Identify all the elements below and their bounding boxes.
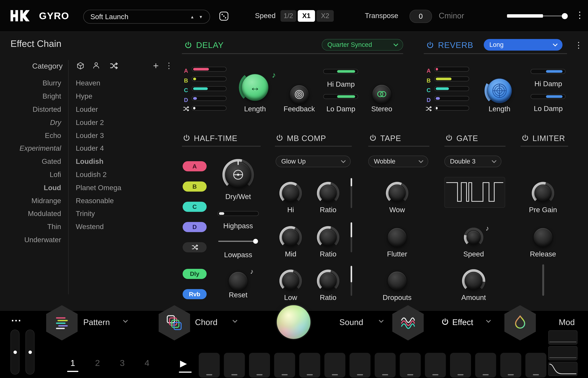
delay-stereo-knob[interactable] <box>372 84 391 104</box>
preset-item[interactable]: Louder 4 <box>76 142 154 155</box>
preset-menu-kebab-icon[interactable]: ⋮ <box>165 61 173 70</box>
reverb-mode-dropdown[interactable]: Long <box>484 39 562 51</box>
mbcomp-hi-knob[interactable] <box>279 182 302 204</box>
preset-item[interactable]: Planet Omega <box>76 181 154 194</box>
effect-power-icon[interactable] <box>441 318 449 326</box>
shuffle-presets-icon[interactable] <box>110 62 118 70</box>
mod-label[interactable]: Mod <box>559 318 575 327</box>
preset-item-selected[interactable]: Loudish <box>76 155 154 168</box>
mbcomp-low-knob[interactable] <box>279 270 302 292</box>
preset-item[interactable]: Reasonable <box>76 194 154 207</box>
halftime-lowpass-slider[interactable] <box>218 239 259 244</box>
category-item[interactable]: Lofi <box>0 168 61 181</box>
delay-row-c-slider[interactable] <box>191 86 226 91</box>
preset-item[interactable]: Louder <box>76 103 154 116</box>
limiter-pregain-knob[interactable] <box>532 182 554 204</box>
category-item[interactable]: Distorted <box>0 103 61 116</box>
halftime-reset-knob[interactable] <box>228 271 248 291</box>
limiter-power-icon[interactable] <box>521 134 529 142</box>
seq-cell[interactable] <box>525 353 546 378</box>
mbcomp-power-icon[interactable] <box>276 134 283 142</box>
reverb-row-c-slider[interactable] <box>434 86 469 91</box>
halftime-pill-c[interactable]: C <box>183 202 207 212</box>
tape-mode-dropdown[interactable]: Wobble <box>368 156 428 167</box>
effect-chevron-icon[interactable] <box>486 318 491 323</box>
preset-item[interactable]: Louder 3 <box>76 129 154 142</box>
category-item[interactable]: Blurry <box>0 77 61 90</box>
seq-cell[interactable] <box>400 353 421 378</box>
seq-cell[interactable] <box>274 353 295 378</box>
step-2-button[interactable]: 2 <box>93 358 102 368</box>
seq-cell[interactable] <box>450 353 471 378</box>
category-item[interactable]: Modulated <box>0 207 61 220</box>
halftime-pill-shuffle[interactable] <box>183 242 207 252</box>
seq-cell[interactable] <box>475 353 496 378</box>
effect-label[interactable]: Effect <box>452 318 473 327</box>
preset-item[interactable]: Louder 2 <box>76 116 154 129</box>
step-1-button[interactable]: 1 <box>68 358 78 368</box>
seq-cell[interactable] <box>249 353 270 378</box>
speed-x1-button[interactable]: X1 <box>298 10 315 22</box>
halftime-pill-b[interactable]: B <box>183 181 207 191</box>
seq-cell[interactable] <box>199 353 220 378</box>
bottom-menu-dots[interactable]: ... <box>11 312 22 324</box>
gate-speed-knob[interactable] <box>464 228 483 247</box>
preset-selector[interactable]: Soft Launch ▲ ▼ <box>83 10 210 24</box>
reverb-row-a-slider[interactable] <box>434 67 469 72</box>
tape-dropouts-knob[interactable] <box>387 271 407 291</box>
mbcomp-mid-ratio-knob[interactable] <box>317 226 339 249</box>
chord-hexagon[interactable] <box>159 305 190 340</box>
topbar-kebab-icon[interactable]: ⋮ <box>575 10 584 20</box>
step-3-button[interactable]: 3 <box>117 358 127 368</box>
mbcomp-mode-dropdown[interactable]: Glow Up <box>276 156 351 167</box>
seq-cell[interactable] <box>224 353 245 378</box>
seq-cell[interactable] <box>299 353 320 378</box>
halftime-pill-a[interactable]: A <box>183 161 207 171</box>
halftime-pill-dly[interactable]: Dly <box>183 269 207 279</box>
delay-lo-damp-slider[interactable] <box>323 94 358 99</box>
mod-wheel[interactable] <box>26 330 35 375</box>
delay-row-d-slider[interactable] <box>191 96 226 101</box>
delay-hi-damp-slider[interactable] <box>323 69 358 74</box>
tape-flutter-knob[interactable] <box>387 228 407 247</box>
step-4-button[interactable]: 4 <box>142 358 152 368</box>
speed-half-button[interactable]: 1/2 <box>281 10 296 22</box>
tape-wow-knob[interactable] <box>386 182 408 204</box>
mod-hexagon[interactable] <box>504 305 536 340</box>
reverb-row-b-slider[interactable] <box>434 77 469 81</box>
add-preset-icon[interactable]: + <box>153 60 159 72</box>
reverb-length-knob[interactable] <box>484 76 515 106</box>
factory-presets-icon[interactable] <box>77 62 84 70</box>
gate-mode-dropdown[interactable]: Double 3 <box>444 156 501 167</box>
reverb-hi-damp-slider[interactable] <box>531 69 565 74</box>
gate-power-icon[interactable] <box>445 134 453 142</box>
chord-label[interactable]: Chord <box>195 318 218 327</box>
gate-amount-knob[interactable] <box>462 269 485 292</box>
env-display-3[interactable] <box>548 362 577 376</box>
env-display-2[interactable] <box>548 346 577 360</box>
pattern-label[interactable]: Pattern <box>83 318 110 327</box>
pitch-wheel[interactable] <box>11 330 20 375</box>
category-item[interactable]: Gated <box>0 155 61 168</box>
category-item[interactable]: Underwater <box>0 233 61 246</box>
preset-down-icon[interactable]: ▼ <box>199 14 203 19</box>
mbcomp-mid-knob[interactable] <box>279 226 302 249</box>
preset-item[interactable]: Westend <box>76 220 154 233</box>
reverb-lo-damp-slider[interactable] <box>531 94 565 99</box>
category-item[interactable]: Thin <box>0 220 61 233</box>
limiter-release-knob[interactable] <box>533 228 553 247</box>
transpose-value[interactable]: 0 <box>410 10 432 23</box>
seq-cell[interactable] <box>375 353 396 378</box>
seq-cell[interactable] <box>324 353 345 378</box>
preset-item[interactable]: Heaven <box>76 77 154 90</box>
delay-power-icon[interactable] <box>184 41 192 49</box>
reverb-row-shuffle-slider[interactable] <box>434 106 469 111</box>
halftime-power-icon[interactable] <box>183 134 191 142</box>
category-item[interactable]: Midrange <box>0 194 61 207</box>
sound-hexagon[interactable] <box>392 305 424 340</box>
halftime-drywet-knob[interactable] <box>222 159 254 190</box>
sound-label[interactable]: Sound <box>339 318 363 327</box>
speed-x2-button[interactable]: X2 <box>316 10 334 22</box>
seq-cell[interactable] <box>425 353 446 378</box>
user-presets-icon[interactable] <box>92 62 100 69</box>
